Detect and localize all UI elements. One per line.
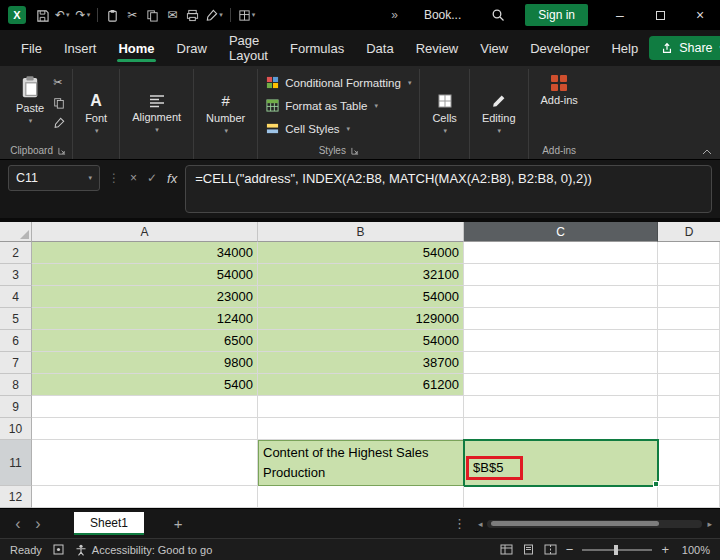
cell-A3[interactable]: 54000 xyxy=(32,264,258,286)
cell-D4[interactable] xyxy=(658,286,720,308)
prev-sheet-icon[interactable]: ‹ xyxy=(8,514,28,534)
cell-B6[interactable]: 54000 xyxy=(258,330,464,352)
next-sheet-icon[interactable]: › xyxy=(28,514,48,534)
ribbon-tab-home[interactable]: Home xyxy=(107,30,165,66)
format-painter-button[interactable] xyxy=(53,115,65,130)
column-header-C[interactable]: C xyxy=(464,222,658,242)
name-box[interactable]: C11 ▾ xyxy=(8,165,100,191)
cell-D5[interactable] xyxy=(658,308,720,330)
row-header-2[interactable]: 2 xyxy=(0,242,32,264)
row-header-12[interactable]: 12 xyxy=(0,486,32,508)
ribbon-tab-data[interactable]: Data xyxy=(355,30,404,66)
row-header-6[interactable]: 6 xyxy=(0,330,32,352)
formula-input[interactable]: =CELL("address", INDEX(A2:B8, MATCH(MAX(… xyxy=(185,165,712,213)
ribbon-tab-insert[interactable]: Insert xyxy=(53,30,108,66)
cell-D8[interactable] xyxy=(658,374,720,396)
scrollbar-track[interactable] xyxy=(487,520,702,528)
normal-view-icon[interactable] xyxy=(500,544,513,555)
cell-A5[interactable]: 12400 xyxy=(32,308,258,330)
conditional-formatting-button[interactable]: Conditional Formatting ▾ xyxy=(263,72,414,93)
clipboard-icon[interactable] xyxy=(102,3,122,27)
mail-icon[interactable]: ✉ xyxy=(162,3,182,27)
cell-A10[interactable] xyxy=(32,418,258,440)
cell-A2[interactable]: 34000 xyxy=(32,242,258,264)
cell-C11-active[interactable]: $B$5 xyxy=(464,440,658,486)
sign-in-button[interactable]: Sign in xyxy=(525,4,588,26)
save-icon[interactable] xyxy=(32,3,52,27)
cell-C12[interactable] xyxy=(464,486,658,508)
cell-A4[interactable]: 23000 xyxy=(32,286,258,308)
ribbon-tab-help[interactable]: Help xyxy=(600,30,649,66)
cell-A11[interactable] xyxy=(32,440,258,486)
table-icon[interactable]: ▾ xyxy=(235,3,259,27)
alignment-menu-button[interactable]: Alignment ▾ xyxy=(125,69,188,159)
tab-bar-menu-icon[interactable]: ⋮ xyxy=(449,516,470,531)
scroll-right-icon[interactable]: ▸ xyxy=(707,519,712,529)
number-menu-button[interactable]: # Number ▾ xyxy=(199,69,252,159)
toolbar-overflow-icon[interactable]: » xyxy=(391,8,398,22)
format-painter-icon[interactable]: ▾ xyxy=(202,3,226,27)
minimize-button[interactable]: – xyxy=(600,0,640,30)
accessibility-status[interactable]: Accessibility: Good to go xyxy=(75,544,212,556)
zoom-out-button[interactable]: − xyxy=(566,544,574,556)
dialog-launcher-icon[interactable] xyxy=(58,147,66,155)
font-menu-button[interactable]: A Font ▾ xyxy=(78,69,114,159)
cell-C7[interactable] xyxy=(464,352,658,374)
zoom-slider[interactable] xyxy=(582,549,652,551)
editing-menu-button[interactable]: Editing ▾ xyxy=(475,69,523,159)
cell-B9[interactable] xyxy=(258,396,464,418)
cell-A6[interactable]: 6500 xyxy=(32,330,258,352)
select-all-corner[interactable] xyxy=(0,222,32,242)
ribbon-tab-view[interactable]: View xyxy=(469,30,519,66)
cell-D7[interactable] xyxy=(658,352,720,374)
cell-B2[interactable]: 54000 xyxy=(258,242,464,264)
page-break-view-icon[interactable] xyxy=(544,544,557,555)
cell-C10[interactable] xyxy=(464,418,658,440)
cell-C8[interactable] xyxy=(464,374,658,396)
zoom-slider-thumb[interactable] xyxy=(614,545,618,555)
zoom-in-button[interactable]: + xyxy=(661,544,669,556)
cell-B3[interactable]: 32100 xyxy=(258,264,464,286)
enter-icon[interactable]: ✓ xyxy=(147,171,157,185)
row-header-5[interactable]: 5 xyxy=(0,308,32,330)
cell-D3[interactable] xyxy=(658,264,720,286)
ribbon-tab-draw[interactable]: Draw xyxy=(166,30,218,66)
row-header-3[interactable]: 3 xyxy=(0,264,32,286)
cell-D12[interactable] xyxy=(658,486,720,508)
copy-button[interactable] xyxy=(53,95,65,110)
row-header-10[interactable]: 10 xyxy=(0,418,32,440)
cell-A7[interactable]: 9800 xyxy=(32,352,258,374)
undo-icon[interactable]: ↶▾ xyxy=(52,3,73,27)
cell-styles-button[interactable]: Cell Styles ▾ xyxy=(263,118,414,139)
dialog-launcher-icon[interactable] xyxy=(351,147,359,155)
row-header-7[interactable]: 7 xyxy=(0,352,32,374)
cells-menu-button[interactable]: Cells ▾ xyxy=(425,69,463,159)
sheet-tab-sheet1[interactable]: Sheet1 xyxy=(74,512,144,535)
cell-D9[interactable] xyxy=(658,396,720,418)
row-header-9[interactable]: 9 xyxy=(0,396,32,418)
cell-B5[interactable]: 129000 xyxy=(258,308,464,330)
cell-C3[interactable] xyxy=(464,264,658,286)
cell-C6[interactable] xyxy=(464,330,658,352)
scrollbar-thumb[interactable] xyxy=(491,521,659,526)
page-layout-view-icon[interactable] xyxy=(522,544,535,555)
cell-A12[interactable] xyxy=(32,486,258,508)
close-button[interactable]: × xyxy=(680,0,720,30)
cell-C2[interactable] xyxy=(464,242,658,264)
new-sheet-button[interactable]: + xyxy=(168,515,188,532)
cell-A8[interactable]: 5400 xyxy=(32,374,258,396)
ribbon-tab-file[interactable]: File xyxy=(10,30,53,66)
share-button[interactable]: Share ▾ xyxy=(649,36,720,60)
row-header-11[interactable]: 11 xyxy=(0,440,32,486)
cell-B10[interactable] xyxy=(258,418,464,440)
print-icon[interactable] xyxy=(182,3,202,27)
addins-button[interactable]: Add-ins xyxy=(534,69,585,112)
column-header-A[interactable]: A xyxy=(32,222,258,242)
column-header-B[interactable]: B xyxy=(258,222,464,242)
scroll-left-icon[interactable]: ◂ xyxy=(478,519,483,529)
cell-C5[interactable] xyxy=(464,308,658,330)
cell-C4[interactable] xyxy=(464,286,658,308)
cell-D10[interactable] xyxy=(658,418,720,440)
macro-record-icon[interactable] xyxy=(53,544,64,555)
drag-handle-icon[interactable]: ⋮ xyxy=(108,171,120,185)
